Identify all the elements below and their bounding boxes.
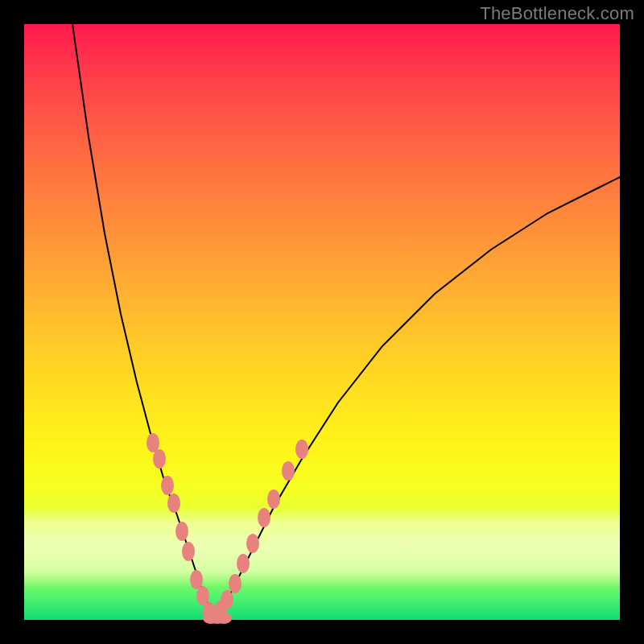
bead-marker [237, 554, 250, 573]
bead-marker [175, 522, 188, 541]
bead-marker [190, 570, 203, 589]
bead-marker [147, 433, 159, 452]
bead-marker [246, 534, 259, 553]
right-curve [216, 177, 620, 620]
chart-frame: TheBottleneck.com [0, 0, 644, 644]
bead-marker [167, 493, 180, 513]
bead-marker [229, 574, 242, 593]
bead-marker [267, 489, 280, 509]
bead-marker [216, 613, 232, 624]
bead-marker [196, 586, 209, 605]
bead-marker [282, 461, 295, 481]
left-curve [72, 24, 216, 620]
bead-marker [161, 476, 174, 495]
bead-marker [221, 590, 233, 609]
bead-marker [182, 542, 195, 561]
bead-marker [153, 449, 166, 469]
curves-svg [24, 24, 620, 620]
watermark-text: TheBottleneck.com [480, 3, 634, 24]
bead-marker [258, 508, 270, 527]
bead-group [147, 433, 308, 624]
bead-marker [295, 440, 308, 459]
